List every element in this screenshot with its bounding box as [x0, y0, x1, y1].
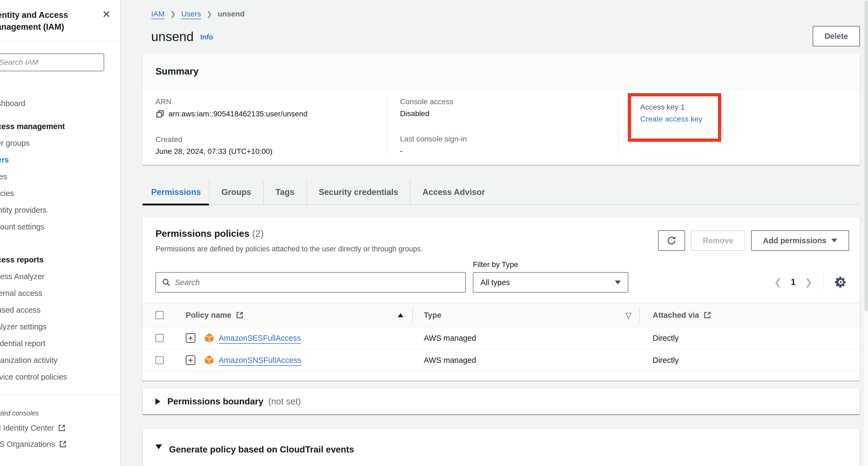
breadcrumb-iam[interactable]: IAM [151, 10, 165, 18]
external-link-icon [59, 440, 67, 448]
policies-title: Permissions policies(2) [155, 228, 423, 239]
add-permissions-button[interactable]: Add permissions [751, 230, 849, 251]
sidebar-item-dashboard[interactable]: Dashboard [0, 95, 120, 112]
tab-access-advisor[interactable]: Access Advisor [410, 180, 497, 205]
sidebar-item-users[interactable]: Users [0, 152, 120, 168]
table-row: + AmazonSESFullAccess AWS managed Direct… [143, 327, 860, 349]
type-filter-value: All types [480, 278, 510, 287]
external-link-icon [236, 311, 244, 319]
console-access-label: Console access [400, 97, 618, 106]
page-title: unsend [151, 29, 193, 44]
sidebar-nav: Dashboard Access management User groups … [0, 95, 120, 385]
summary-col-console: Console access Disabled Last console sig… [386, 97, 618, 156]
row-checkbox[interactable] [155, 334, 163, 342]
permissions-boundary-card[interactable]: Permissions boundary (not set) [143, 389, 860, 414]
sidebar-item-access-analyzer[interactable]: Access Analyzer [0, 268, 120, 285]
policy-type: AWS managed [424, 334, 476, 343]
iam-sidebar: Identity and Access Management (IAM) ✕ D… [0, 0, 121, 466]
search-iam-input[interactable] [0, 54, 104, 71]
prev-page-icon[interactable]: ❮ [774, 277, 782, 287]
policies-description: Permissions are defined by policies atta… [155, 245, 423, 253]
sidebar-item-roles[interactable]: Roles [0, 168, 120, 185]
link-label: AWS Organizations [0, 440, 55, 449]
close-icon[interactable]: ✕ [102, 9, 111, 20]
sidebar-item-analyzer-settings[interactable]: Analyzer settings [0, 318, 120, 335]
attached-via-header[interactable]: Attached via [653, 311, 699, 320]
refresh-button[interactable] [658, 230, 685, 251]
sidebar-item-service-control-policies[interactable]: Service control policies [0, 369, 120, 385]
remove-button[interactable]: Remove [691, 230, 745, 251]
page-scrollbar[interactable] [864, 0, 868, 466]
link-label: IAM Identity Center [0, 424, 54, 433]
tab-groups[interactable]: Groups [209, 180, 263, 205]
expand-section-icon[interactable] [155, 398, 160, 405]
scrollbar-thumb[interactable] [865, 1, 867, 311]
add-permissions-label: Add permissions [763, 236, 827, 245]
table-header-row: Policy name Type ▽ Attached via [143, 303, 860, 327]
summary-card: Summary ARN arn:aws:iam::905418462135:us… [143, 54, 860, 165]
summary-col-access-key: Access key 1 Create access key [618, 97, 860, 156]
sidebar-item-unused-access[interactable]: Unused access [0, 302, 120, 318]
sidebar-item-external-access[interactable]: External access [0, 285, 120, 302]
sort-ascending-icon[interactable] [398, 313, 403, 317]
arn-value: arn:aws:iam::905418462135:user/unsend [168, 110, 307, 118]
sidebar-item-user-groups[interactable]: User groups [0, 135, 120, 152]
expand-row-icon[interactable]: + [186, 355, 195, 365]
policy-link[interactable]: AmazonSESFullAccess [219, 334, 301, 343]
managed-policy-icon [204, 333, 214, 343]
main-content: IAM ❯ Users ❯ unsend unsend Info Delete … [121, 0, 868, 466]
create-access-key-link[interactable]: Create access key [640, 115, 702, 123]
sidebar-item-organization-activity[interactable]: Organization activity [0, 352, 120, 369]
tab-permissions[interactable]: Permissions [143, 180, 209, 205]
sidebar-item-policies[interactable]: Policies [0, 185, 120, 202]
page-header: unsend Info Delete [151, 29, 860, 44]
policy-search-box[interactable] [155, 272, 466, 293]
delete-button[interactable]: Delete [813, 26, 860, 46]
info-link[interactable]: Info [200, 33, 213, 41]
console-access-value: Disabled [400, 110, 429, 118]
type-filter-dropdown[interactable]: All types [473, 272, 628, 293]
sidebar-item-credential-report[interactable]: Credential report [0, 335, 120, 352]
collapse-section-icon[interactable] [155, 444, 162, 449]
breadcrumb: IAM ❯ Users ❯ unsend [121, 0, 868, 18]
type-header[interactable]: Type [424, 311, 441, 320]
sidebar-footer-divider [0, 395, 120, 395]
created-label: Created [155, 135, 386, 144]
policy-attached-via: Directly [653, 356, 679, 365]
summary-col-arn: ARN arn:aws:iam::905418462135:user/unsen… [143, 97, 386, 156]
external-link-icon [703, 311, 711, 319]
copy-icon[interactable] [155, 110, 165, 119]
next-page-icon[interactable]: ❯ [805, 277, 813, 287]
column-filter-icon[interactable]: ▽ [625, 310, 631, 320]
policies-filter-row: Filter by Type All types ❮ 1 ❯ [143, 253, 860, 293]
breadcrumb-users[interactable]: Users [181, 10, 201, 18]
tab-security-credentials[interactable]: Security credentials [306, 180, 410, 205]
table-row: + AmazonSNSFullAccess AWS managed Direct… [143, 349, 860, 372]
created-value: June 28, 2024, 07:33 (UTC+10:00) [155, 147, 273, 156]
gear-icon[interactable] [835, 276, 847, 288]
expand-row-icon[interactable]: + [186, 333, 195, 343]
breadcrumb-separator-icon: ❯ [170, 10, 176, 18]
policy-type: AWS managed [424, 356, 476, 365]
policy-name-header[interactable]: Policy name [186, 311, 231, 320]
breadcrumb-current: unsend [218, 10, 245, 18]
row-checkbox[interactable] [155, 356, 163, 364]
sidebar-item-account-settings[interactable]: Account settings [0, 218, 120, 235]
sidebar-item-identity-providers[interactable]: Identity providers [0, 202, 120, 218]
external-link-icon [58, 424, 66, 432]
policy-link[interactable]: AmazonSNSFullAccess [219, 356, 301, 365]
sidebar-item-aws-organizations[interactable]: AWS Organizations [0, 436, 120, 452]
access-key-label: Access key 1 [640, 103, 713, 112]
policies-header: Permissions policies(2) Permissions are … [143, 217, 860, 253]
summary-card-header: Summary [143, 54, 860, 89]
policy-search-input[interactable] [175, 278, 459, 287]
select-all-checkbox[interactable] [155, 311, 163, 319]
permissions-boundary-title: Permissions boundary [167, 396, 264, 407]
tab-tags[interactable]: Tags [263, 180, 306, 205]
sidebar-item-iam-identity-center[interactable]: IAM Identity Center [0, 420, 120, 436]
generate-policy-card[interactable]: Generate policy based on CloudTrail even… [143, 429, 860, 466]
page-number[interactable]: 1 [791, 277, 796, 287]
policy-attached-via: Directly [653, 334, 679, 343]
sidebar-title: Identity and Access Management (IAM) [0, 9, 82, 33]
managed-policy-icon [204, 355, 214, 365]
